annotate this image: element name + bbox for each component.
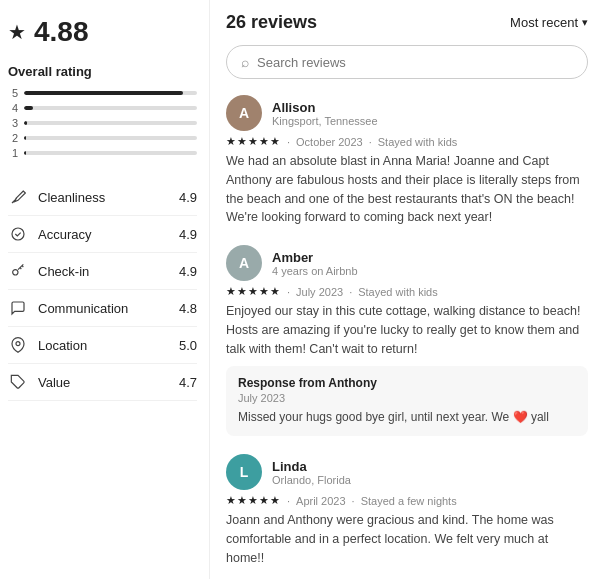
review-item-linda: L Linda Orlando, Florida ★★★★★ · April 2… <box>226 454 588 567</box>
reviewer-meta: Orlando, Florida <box>272 474 351 486</box>
svg-point-1 <box>13 270 18 275</box>
review-rating-row: ★★★★★ · October 2023 · Stayed with kids <box>226 135 588 148</box>
host-response-date: July 2023 <box>238 392 576 404</box>
reviews-count: 26 reviews <box>226 12 317 33</box>
bar-fill <box>24 121 27 125</box>
category-item-cleanliness: Cleanliness 4.9 <box>8 179 197 216</box>
svg-point-0 <box>12 228 24 240</box>
left-panel: ★ 4.88 Overall rating 5 4 3 2 1 <box>0 0 210 579</box>
right-panel: 26 reviews Most recent ▾ ⌕ A Allison Kin… <box>210 0 600 579</box>
host-response: Response from Anthony July 2023 Missed y… <box>226 366 588 436</box>
review-text: Enjoyed our stay in this cute cottage, w… <box>226 302 588 358</box>
star-icon: ★ <box>8 20 26 44</box>
category-name: Location <box>38 338 87 353</box>
rating-bar-chart: 5 4 3 2 1 <box>8 87 197 159</box>
review-stars: ★★★★★ <box>226 285 281 298</box>
review-date: October 2023 <box>296 136 363 148</box>
bar-row-1: 1 <box>8 147 197 159</box>
location-icon <box>8 337 28 353</box>
reviewer-meta: 4 years on Airbnb <box>272 265 358 277</box>
category-left: Accuracy <box>8 226 91 242</box>
category-name: Check-in <box>38 264 89 279</box>
category-left: Communication <box>8 300 128 316</box>
reviewer-name: Linda <box>272 459 351 474</box>
review-item-allison: A Allison Kingsport, Tennessee ★★★★★ · O… <box>226 95 588 227</box>
bar-label: 2 <box>8 132 18 144</box>
review-date: July 2023 <box>296 286 343 298</box>
category-score: 4.8 <box>179 301 197 316</box>
reviewer-meta: Kingsport, Tennessee <box>272 115 378 127</box>
category-list: Cleanliness 4.9 Accuracy 4.9 Check-in 4.… <box>8 179 197 401</box>
reviewer-row: A Amber 4 years on Airbnb <box>226 245 588 281</box>
category-item-check-in: Check-in 4.9 <box>8 253 197 290</box>
reviews-list: A Allison Kingsport, Tennessee ★★★★★ · O… <box>226 95 588 579</box>
dot-separator-2: · <box>349 286 352 298</box>
category-left: Cleanliness <box>8 189 105 205</box>
host-response-title: Response from Anthony <box>238 376 576 390</box>
key-icon <box>8 263 28 279</box>
reviewer-info: Linda Orlando, Florida <box>272 459 351 486</box>
review-text: Joann and Anthony were gracious and kind… <box>226 511 588 567</box>
category-score: 5.0 <box>179 338 197 353</box>
bar-track <box>24 106 197 110</box>
reviews-header: 26 reviews Most recent ▾ <box>226 12 588 33</box>
search-input[interactable] <box>257 55 573 70</box>
category-item-location: Location 5.0 <box>8 327 197 364</box>
dot-separator: · <box>287 495 290 507</box>
reviewer-name: Amber <box>272 250 358 265</box>
avatar: A <box>226 245 262 281</box>
bar-fill <box>24 106 33 110</box>
bar-row-2: 2 <box>8 132 197 144</box>
dot-separator: · <box>287 286 290 298</box>
bar-track <box>24 121 197 125</box>
reviewer-row: A Allison Kingsport, Tennessee <box>226 95 588 131</box>
check-circle-icon <box>8 226 28 242</box>
bar-label: 5 <box>8 87 18 99</box>
dot-separator-2: · <box>369 136 372 148</box>
bar-label: 3 <box>8 117 18 129</box>
bar-track <box>24 91 197 95</box>
category-item-communication: Communication 4.8 <box>8 290 197 327</box>
category-score: 4.9 <box>179 190 197 205</box>
svg-point-2 <box>16 342 20 346</box>
tag-icon <box>8 374 28 390</box>
review-stars: ★★★★★ <box>226 135 281 148</box>
broom-icon <box>8 189 28 205</box>
category-left: Check-in <box>8 263 89 279</box>
review-item-amber: A Amber 4 years on Airbnb ★★★★★ · July 2… <box>226 245 588 436</box>
reviewer-row: L Linda Orlando, Florida <box>226 454 588 490</box>
sort-dropdown[interactable]: Most recent ▾ <box>510 15 588 30</box>
reviewer-info: Amber 4 years on Airbnb <box>272 250 358 277</box>
reviewer-name: Allison <box>272 100 378 115</box>
category-left: Location <box>8 337 87 353</box>
category-score: 4.9 <box>179 227 197 242</box>
bar-track <box>24 136 197 140</box>
review-date: April 2023 <box>296 495 346 507</box>
bar-track <box>24 151 197 155</box>
avatar: A <box>226 95 262 131</box>
dot-separator-2: · <box>352 495 355 507</box>
bar-row-3: 3 <box>8 117 197 129</box>
overall-rating-label: Overall rating <box>8 64 197 79</box>
reviewer-info: Allison Kingsport, Tennessee <box>272 100 378 127</box>
category-score: 4.9 <box>179 264 197 279</box>
review-rating-row: ★★★★★ · April 2023 · Stayed a few nights <box>226 494 588 507</box>
review-stay-type: Stayed with kids <box>378 136 457 148</box>
dot-separator: · <box>287 136 290 148</box>
search-icon: ⌕ <box>241 54 249 70</box>
category-item-value: Value 4.7 <box>8 364 197 401</box>
chevron-down-icon: ▾ <box>582 16 588 29</box>
bar-label: 4 <box>8 102 18 114</box>
search-bar[interactable]: ⌕ <box>226 45 588 79</box>
bar-fill <box>24 151 26 155</box>
category-name: Value <box>38 375 70 390</box>
bar-fill <box>24 91 183 95</box>
category-score: 4.7 <box>179 375 197 390</box>
category-name: Accuracy <box>38 227 91 242</box>
review-stars: ★★★★★ <box>226 494 281 507</box>
host-response-text: Missed your hugs good bye girl, until ne… <box>238 408 576 426</box>
category-left: Value <box>8 374 70 390</box>
rating-number: 4.88 <box>34 16 89 48</box>
review-rating-row: ★★★★★ · July 2023 · Stayed with kids <box>226 285 588 298</box>
category-name: Cleanliness <box>38 190 105 205</box>
